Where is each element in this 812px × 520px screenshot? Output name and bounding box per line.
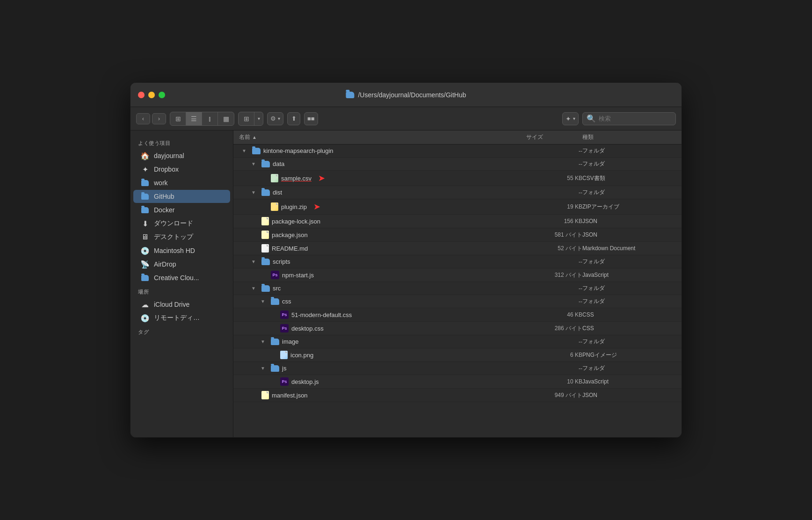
file-size-cell: 55 KB — [526, 175, 582, 181]
icon-view-button[interactable]: ⊞ — [170, 112, 186, 125]
sidebar-item-label: Dropbox — [154, 166, 179, 173]
file-kind-cell: JSON — [582, 218, 676, 224]
file-size-cell: -- — [526, 339, 582, 345]
sidebar-item-work[interactable]: work — [133, 176, 230, 189]
tag-button[interactable]: ■■ — [304, 112, 318, 125]
search-input[interactable] — [599, 115, 669, 122]
sidebar-item-downloads[interactable]: ⬇ ダウンロード — [133, 217, 230, 230]
places-label: 場所 — [130, 285, 233, 297]
file-name-cell: ▼kintone-mapsearch-plugin — [239, 147, 526, 154]
share-button[interactable]: ⬆ — [287, 112, 300, 125]
sidebar-item-dropbox[interactable]: ✦ Dropbox — [133, 163, 230, 176]
sidebar-item-label: Docker — [154, 206, 174, 214]
col-size-header[interactable]: サイズ — [526, 133, 582, 141]
file-size-cell: 949 バイト — [526, 391, 582, 399]
table-row[interactable]: ▼scripts--フォルダ — [233, 255, 682, 268]
file-name-cell: package.json — [239, 231, 526, 239]
back-button[interactable]: ‹ — [136, 113, 150, 124]
table-row[interactable]: manifest.json949 バイトJSON — [233, 389, 682, 402]
table-row[interactable]: package-lock.json156 KBJSON — [233, 215, 682, 228]
file-name-cell: Psnpm-start.js — [239, 271, 526, 279]
search-box[interactable]: 🔍 — [582, 112, 676, 125]
dropbox-sidebar-icon: ✦ — [141, 165, 149, 173]
table-row[interactable]: README.md52 バイトMarkdown Document — [233, 242, 682, 255]
maximize-button[interactable] — [159, 92, 165, 98]
sort-arrow: ▲ — [252, 135, 257, 140]
table-row[interactable]: sample.csv➤55 KBCSV書類 — [233, 171, 682, 186]
file-type-icon: Ps — [280, 324, 289, 332]
table-row[interactable]: Psdesktop.js10 KBJavaScript — [233, 375, 682, 389]
chevron-icon[interactable]: ▼ — [251, 190, 257, 195]
file-type-icon — [271, 174, 278, 182]
file-name-text: css — [282, 298, 291, 305]
chevron-icon[interactable]: ▼ — [251, 161, 257, 166]
sidebar-item-label: dayjournal — [154, 152, 184, 159]
table-row[interactable]: ▼image--フォルダ — [233, 335, 682, 348]
house-icon: 🏠 — [141, 152, 149, 160]
sidebar-item-icloud[interactable]: ☁ iCloud Drive — [133, 298, 230, 311]
table-row[interactable]: ▼data--フォルダ — [233, 158, 682, 171]
file-type-icon — [252, 148, 261, 154]
table-row[interactable]: Psnpm-start.js312 バイトJavaScript — [233, 268, 682, 282]
file-kind-cell: Markdown Document — [582, 245, 676, 252]
sidebar-item-desktop[interactable]: 🖥 デスクトップ — [133, 231, 230, 244]
file-size-cell: -- — [526, 285, 582, 292]
file-size-cell: 46 KB — [526, 311, 582, 318]
file-type-icon — [271, 298, 279, 305]
chevron-icon[interactable]: ▼ — [251, 286, 257, 291]
favorites-label: よく使う項目 — [130, 136, 233, 149]
chevron-icon[interactable]: ▼ — [261, 366, 266, 371]
chevron-icon[interactable]: ▼ — [251, 259, 257, 264]
group-dropdown[interactable]: ▾ — [254, 112, 263, 125]
file-name-text: manifest.json — [272, 392, 308, 399]
table-row[interactable]: ▼dist--フォルダ — [233, 186, 682, 199]
chevron-icon[interactable]: ▼ — [261, 299, 266, 304]
group-button[interactable]: ⊞ — [239, 112, 254, 125]
table-row[interactable]: icon.png6 KBPNGイメージ — [233, 348, 682, 362]
file-type-icon — [261, 391, 269, 399]
file-type-icon: Ps — [280, 311, 289, 319]
close-button[interactable] — [138, 92, 145, 98]
file-name-cell: README.md — [239, 244, 526, 253]
sidebar-item-remote[interactable]: 💿 リモートディ… — [133, 311, 230, 325]
col-name-header[interactable]: 名前 ▲ — [239, 133, 526, 141]
table-row[interactable]: ▼kintone-mapsearch-plugin--フォルダ — [233, 144, 682, 158]
chevron-icon[interactable]: ▼ — [242, 148, 247, 153]
sidebar-item-creativecloud[interactable]: Creative Clou... — [133, 271, 230, 284]
list-view-button[interactable]: ☰ — [186, 112, 202, 125]
creativecloud-icon — [141, 274, 149, 282]
col-kind-header[interactable]: 種類 — [582, 133, 676, 141]
file-name-cell: ▼scripts — [239, 258, 526, 265]
sidebar-item-dayjournal[interactable]: 🏠 dayjournal — [133, 149, 230, 162]
table-row[interactable]: ▼js--フォルダ — [233, 362, 682, 375]
table-row[interactable]: plugin.zip➤19 KBZIPアーカイブ — [233, 199, 682, 215]
file-size-cell: 581 バイト — [526, 231, 582, 239]
file-name-text: data — [273, 160, 284, 167]
sidebar-item-airdrop[interactable]: 📡 AirDrop — [133, 258, 230, 271]
file-kind-cell: フォルダ — [582, 258, 676, 266]
gallery-view-button[interactable]: ▦ — [218, 112, 234, 125]
sidebar-item-label: デスクトップ — [154, 233, 193, 241]
file-kind-cell: フォルダ — [582, 338, 676, 346]
file-name-cell: Psdesktop.js — [239, 377, 526, 386]
table-row[interactable]: Psdesktop.css286 バイトCSS — [233, 322, 682, 335]
table-row[interactable]: Ps51-modern-default.css46 KBCSS — [233, 308, 682, 322]
dropbox-button[interactable]: ✦ ▾ — [562, 112, 579, 125]
settings-button[interactable]: ⚙ ▾ — [267, 112, 283, 125]
annotation-arrow: ➤ — [318, 173, 325, 183]
sidebar-item-github[interactable]: GitHub — [133, 190, 230, 203]
table-row[interactable]: package.json581 バイトJSON — [233, 228, 682, 242]
file-rows-container: ▼kintone-mapsearch-plugin--フォルダ▼data--フォ… — [233, 144, 682, 402]
file-kind-cell: CSS — [582, 325, 676, 332]
file-size-cell: 286 バイト — [526, 325, 582, 332]
table-row[interactable]: ▼css--フォルダ — [233, 295, 682, 308]
chevron-icon[interactable]: ▼ — [261, 339, 266, 344]
sidebar-item-docker[interactable]: Docker — [133, 203, 230, 217]
forward-button[interactable]: › — [152, 113, 166, 124]
sidebar-item-macintoshhd[interactable]: 💿 Macintosh HD — [133, 244, 230, 257]
minimize-button[interactable] — [148, 92, 155, 98]
column-view-button[interactable]: ⫿ — [202, 112, 218, 125]
file-kind-cell: フォルダ — [582, 147, 676, 155]
file-name-cell: sample.csv➤ — [239, 173, 526, 183]
table-row[interactable]: ▼src--フォルダ — [233, 282, 682, 295]
